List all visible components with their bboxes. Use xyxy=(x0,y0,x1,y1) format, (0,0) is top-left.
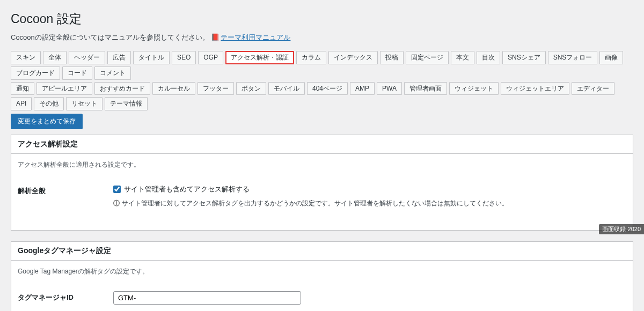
manual-link-text: テーマ利用マニュアル xyxy=(221,33,290,41)
row-gtm-id: タグマネージャID GoogleタグマネージャのトラッキングIDを入力してくださ… xyxy=(18,286,626,311)
tab-item[interactable]: ウィジェット xyxy=(449,82,499,95)
screen-recording-label: 画面収録 2020 xyxy=(599,224,644,234)
tab-item[interactable]: インデックス xyxy=(328,51,378,64)
checkbox-include-admin[interactable]: サイト管理者も含めてアクセス解析する xyxy=(113,184,626,194)
tabs-row-1: スキン全体ヘッダー広告タイトルSEOOGPアクセス解析・認証カラムインデックス投… xyxy=(11,51,633,80)
help-text: サイト管理者に対してアクセス解析タグを出力するかどうかの設定です。サイト管理者を… xyxy=(113,198,626,209)
tab-item[interactable]: スキン xyxy=(11,51,41,64)
tab-item[interactable]: PWA xyxy=(377,82,402,95)
tab-item[interactable]: 本文 xyxy=(451,51,474,64)
page-description-text: Cocoonの設定全般についてはマニュアルを参照してください。 xyxy=(11,33,209,41)
section-title: Googleタグマネージャ設定 xyxy=(11,242,633,261)
help-text-content: サイト管理者に対してアクセス解析タグを出力するかどうかの設定です。サイト管理者を… xyxy=(122,198,508,209)
tab-item[interactable]: 404ページ xyxy=(307,82,348,95)
tab-item[interactable]: テーマ情報 xyxy=(105,97,148,110)
tab-item[interactable]: 通知 xyxy=(11,82,34,95)
tab-item[interactable]: 広告 xyxy=(107,51,131,64)
page-title: Cocoon 設定 xyxy=(11,11,633,27)
tab-item[interactable]: フッター xyxy=(197,82,234,95)
tab-item[interactable]: エディター xyxy=(572,82,614,95)
tab-item[interactable]: ウィジェットエリア xyxy=(501,82,569,95)
tab-item[interactable]: SNSフォロー xyxy=(548,51,598,64)
row-analysis-general: 解析全般 サイト管理者も含めてアクセス解析する サイト管理者に対してアクセス解析… xyxy=(18,179,626,224)
tab-item[interactable]: 管理者画面 xyxy=(404,82,447,95)
tab-item[interactable]: 固定ページ xyxy=(406,51,449,64)
tab-item[interactable]: SNSシェア xyxy=(502,51,546,64)
tab-item[interactable]: モバイル xyxy=(268,82,305,95)
tab-item[interactable]: アピールエリア xyxy=(36,82,92,95)
section-title: アクセス解析設定 xyxy=(11,135,633,154)
tab-item[interactable]: ボタン xyxy=(236,82,266,95)
tab-item[interactable]: ブログカード xyxy=(11,66,60,80)
tab-item[interactable]: 目次 xyxy=(477,51,500,64)
gtm-id-input[interactable] xyxy=(113,291,301,305)
tab-item[interactable]: コメント xyxy=(94,66,131,80)
tab-item[interactable]: 画像 xyxy=(599,51,623,64)
tab-item[interactable]: リセット xyxy=(66,97,103,110)
tab-item[interactable]: その他 xyxy=(34,97,64,110)
tab-item[interactable]: おすすめカード xyxy=(94,82,150,95)
tab-item[interactable]: カラム xyxy=(296,51,326,64)
section-desc: アクセス解析全般に適用される設定です。 xyxy=(18,160,626,169)
tab-item[interactable]: カルーセル xyxy=(152,82,195,95)
tab-item[interactable]: 全体 xyxy=(43,51,67,64)
checkbox-include-admin-input[interactable] xyxy=(113,186,121,193)
row-label: タグマネージャID xyxy=(18,291,113,302)
tab-item[interactable]: SEO xyxy=(172,51,196,64)
tab-item[interactable]: AMP xyxy=(350,82,375,95)
tab-container: スキン全体ヘッダー広告タイトルSEOOGPアクセス解析・認証カラムインデックス投… xyxy=(11,51,633,110)
book-icon: 📕 xyxy=(211,33,219,41)
manual-link[interactable]: 📕テーマ利用マニュアル xyxy=(211,33,290,41)
info-icon xyxy=(113,198,120,209)
tab-item[interactable]: タイトル xyxy=(133,51,170,64)
tab-item[interactable]: ヘッダー xyxy=(69,51,105,64)
tab-item[interactable]: アクセス解析・認証 xyxy=(225,51,294,64)
section-desc: Google Tag Managerの解析タグの設定です。 xyxy=(18,267,626,276)
tab-item[interactable]: API xyxy=(11,97,32,110)
tab-item[interactable]: コード xyxy=(62,66,92,80)
tabs-row-2: 通知アピールエリアおすすめカードカルーセルフッターボタンモバイル404ページAM… xyxy=(11,82,633,111)
page-description: Cocoonの設定全般についてはマニュアルを参照してください。 📕テーマ利用マニ… xyxy=(11,33,633,42)
section-gtm: Googleタグマネージャ設定 Google Tag Managerの解析タグの… xyxy=(11,241,633,311)
row-label: 解析全般 xyxy=(18,184,113,196)
section-access-analysis: アクセス解析設定 アクセス解析全般に適用される設定です。 解析全般 サイト管理者… xyxy=(11,135,633,231)
save-button[interactable]: 変更をまとめて保存 xyxy=(11,114,83,129)
tab-item[interactable]: 投稿 xyxy=(380,51,404,64)
checkbox-label: サイト管理者も含めてアクセス解析する xyxy=(124,184,250,194)
tab-item[interactable]: OGP xyxy=(198,51,223,64)
